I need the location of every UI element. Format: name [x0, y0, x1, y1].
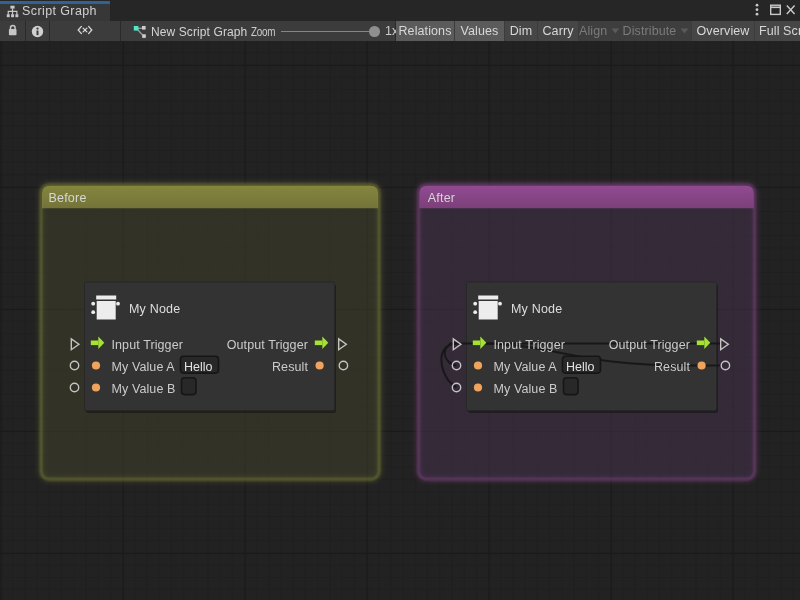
- svg-text:My Node: My Node: [129, 302, 180, 316]
- svg-text:Output Trigger: Output Trigger: [609, 338, 690, 352]
- svg-text:Input Trigger: Input Trigger: [494, 338, 565, 352]
- svg-text:My Value A: My Value A: [494, 360, 558, 374]
- svg-text:My Node: My Node: [511, 302, 562, 316]
- svg-text:Hello: Hello: [566, 360, 595, 374]
- svg-text:After: After: [428, 191, 455, 205]
- svg-text:My Value B: My Value B: [112, 382, 176, 396]
- svg-text:Result: Result: [654, 360, 690, 374]
- svg-text:My Value A: My Value A: [112, 360, 176, 374]
- svg-text:My Value B: My Value B: [494, 382, 558, 396]
- svg-text:Result: Result: [272, 360, 308, 374]
- svg-text:Output Trigger: Output Trigger: [227, 338, 308, 352]
- svg-text:Hello: Hello: [184, 360, 213, 374]
- svg-text:Input Trigger: Input Trigger: [112, 338, 183, 352]
- svg-text:Before: Before: [49, 191, 87, 205]
